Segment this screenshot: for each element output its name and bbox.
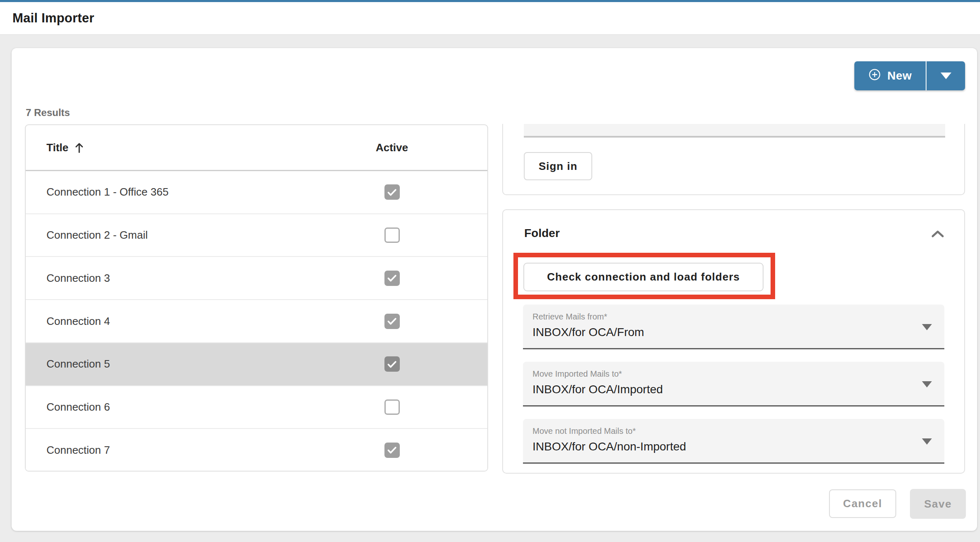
new-split-button: New	[854, 61, 965, 90]
active-checkbox[interactable]	[384, 184, 400, 200]
table-header-row: Title Active	[26, 125, 487, 171]
cancel-button[interactable]: Cancel	[829, 489, 896, 518]
table-row[interactable]: Connection 2 - Gmail	[26, 213, 487, 256]
field-label: Move Imported Mails to*	[533, 369, 915, 379]
results-count: 7 Results	[26, 107, 70, 119]
connection-title: Connection 6	[26, 401, 297, 414]
folder-select-field[interactable]: Move not Imported Mails to* INBOX/for OC…	[523, 419, 944, 464]
folder-section-title: Folder	[524, 227, 560, 240]
chevron-up-icon	[931, 229, 945, 240]
table-row[interactable]: Connection 6	[26, 385, 487, 428]
column-header-active: Active	[297, 141, 487, 154]
connection-title: Connection 1 - Office 365	[26, 186, 297, 198]
connection-title: Connection 4	[26, 315, 297, 328]
dropdown-caret-icon	[922, 324, 932, 330]
column-header-title[interactable]: Title	[26, 141, 297, 154]
table-row[interactable]: Connection 1 - Office 365	[26, 171, 487, 213]
field-selected-value: INBOX/for OCA/Imported	[533, 383, 915, 396]
app-header: Mail Importer	[0, 2, 980, 35]
table-row[interactable]: Connection 5	[26, 342, 487, 385]
column-title-label: Title	[46, 141, 68, 154]
active-checkbox[interactable]	[384, 271, 400, 286]
connection-title: Connection 5	[26, 358, 297, 370]
new-dropdown-button[interactable]	[926, 61, 965, 90]
active-cell	[297, 227, 487, 243]
triangle-down-icon	[941, 73, 951, 79]
collapse-section-button[interactable]	[929, 226, 946, 242]
connections-table: Title Active Connection 1 - Office 365 C…	[25, 124, 488, 472]
page-title: Mail Importer	[12, 11, 94, 26]
field-selected-value: INBOX/for OCA/non-Imported	[533, 440, 915, 453]
active-checkbox[interactable]	[384, 356, 400, 372]
active-cell	[297, 443, 487, 458]
save-button[interactable]: Save	[910, 489, 966, 519]
active-cell	[297, 399, 487, 415]
active-cell	[297, 271, 487, 286]
table-body: Connection 1 - Office 365 Connection 2 -…	[26, 171, 487, 471]
table-row[interactable]: Connection 7	[26, 428, 487, 471]
field-selected-value: INBOX/for OCA/From	[533, 326, 915, 339]
cut-off-input-field[interactable]	[524, 124, 945, 138]
mail-importer-screen: Mail Importer New 7 Results Title	[0, 0, 980, 542]
circled-plus-icon	[868, 68, 881, 84]
dropdown-caret-icon	[922, 381, 932, 387]
active-cell	[297, 184, 487, 200]
table-row[interactable]: Connection 3	[26, 256, 487, 299]
new-button[interactable]: New	[854, 61, 926, 90]
field-label: Retrieve Mails from*	[533, 312, 915, 322]
active-checkbox[interactable]	[384, 443, 400, 458]
active-cell	[297, 314, 487, 329]
folder-fields: Retrieve Mails from* INBOX/for OCA/From …	[523, 305, 944, 464]
folder-select-field[interactable]: Retrieve Mails from* INBOX/for OCA/From	[523, 305, 944, 349]
sort-ascending-icon	[73, 141, 85, 154]
connection-title: Connection 3	[26, 272, 297, 285]
active-checkbox[interactable]	[384, 227, 400, 243]
active-cell	[297, 356, 487, 372]
table-row[interactable]: Connection 4	[26, 299, 487, 342]
new-button-label: New	[887, 69, 912, 82]
account-section-card: Sign in	[502, 124, 965, 195]
connection-title: Connection 7	[26, 444, 297, 457]
field-label: Move not Imported Mails to*	[533, 426, 915, 436]
connection-title: Connection 2 - Gmail	[26, 229, 297, 242]
active-checkbox[interactable]	[384, 399, 400, 415]
dropdown-caret-icon	[922, 438, 932, 445]
active-checkbox[interactable]	[384, 314, 400, 329]
check-connection-button[interactable]: Check connection and load folders	[523, 263, 764, 291]
folder-select-field[interactable]: Move Imported Mails to* INBOX/for OCA/Im…	[523, 362, 944, 406]
sign-in-button[interactable]: Sign in	[524, 152, 592, 180]
